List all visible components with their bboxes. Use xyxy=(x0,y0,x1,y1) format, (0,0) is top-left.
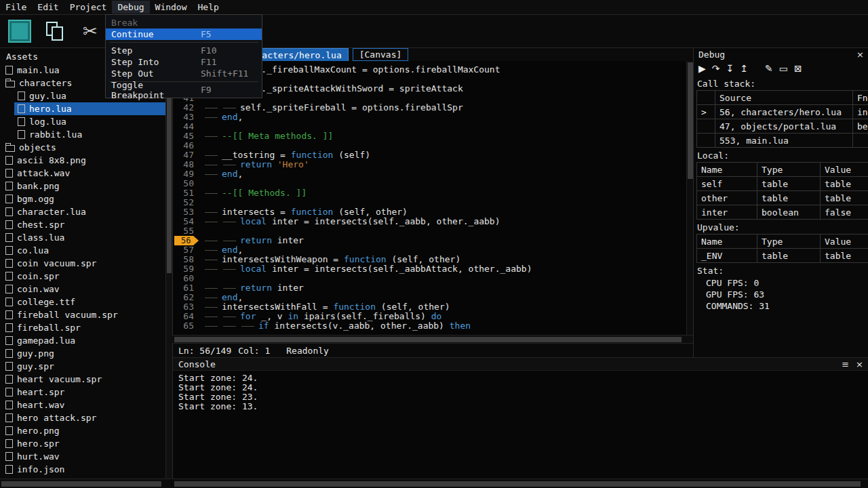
code-line-59: 59local inter = intersects(self._aabbAtt… xyxy=(173,264,687,274)
tree-item-log-lua[interactable]: log.lua xyxy=(0,115,165,128)
menu-separator xyxy=(109,42,258,43)
tree-item-hero-lua[interactable]: hero.lua xyxy=(0,102,165,115)
tree-item-fireball-vacuum-spr[interactable]: fireball vacuum.spr xyxy=(0,308,165,321)
file-icon xyxy=(5,182,13,190)
column-header: Value xyxy=(821,163,868,177)
tree-item-objects[interactable]: objects xyxy=(0,141,165,154)
tree-item-fireball-spr[interactable]: fireball.spr xyxy=(0,321,165,334)
table-row[interactable]: othertabletable xyxy=(697,191,868,205)
menu-item-toggle-breakpoint[interactable]: Toggle BreakpointF9 xyxy=(106,84,262,96)
code-line-50: 50 xyxy=(173,179,687,188)
copy-icon[interactable] xyxy=(43,20,66,43)
step-over-icon[interactable]: ↷ xyxy=(712,63,720,74)
lines-icon[interactable]: ≡ xyxy=(842,359,849,369)
table-row[interactable]: _ENVtabletable xyxy=(697,249,868,263)
tree-item-hurt-wav[interactable]: hurt.wav xyxy=(0,450,165,463)
menu-item-step-out[interactable]: Step OutShift+F11 xyxy=(106,68,262,79)
tree-item-attack-wav[interactable]: attack.wav xyxy=(0,167,165,180)
scrollbar-thumb[interactable] xyxy=(174,337,682,342)
tree-item-gamepad-lua[interactable]: gamepad.lua xyxy=(0,334,165,347)
tree-item-hero-spr[interactable]: hero.spr xyxy=(0,437,165,450)
tab-canvas[interactable]: [Canvas] xyxy=(353,48,409,61)
assets-vertical-scrollbar[interactable] xyxy=(165,48,172,479)
line-number: 51 xyxy=(173,188,194,198)
tree-item-character-lua[interactable]: character.lua xyxy=(0,205,165,218)
menu-item-edit[interactable]: Edit xyxy=(32,1,64,14)
tree-item-college-ttf[interactable]: college.ttf xyxy=(0,296,165,308)
indent-guide xyxy=(222,264,240,274)
table-row[interactable]: 553, main.lua xyxy=(697,134,868,148)
file-icon xyxy=(5,413,13,422)
tree-item-coin-vacuum-spr[interactable]: coin vacuum.spr xyxy=(0,257,165,270)
scrollbar-thumb[interactable] xyxy=(1,481,161,487)
table-row[interactable]: selftabletable xyxy=(697,177,868,191)
indent-guide xyxy=(240,321,258,331)
square-icon[interactable] xyxy=(8,20,31,43)
scrollbar-thumb[interactable] xyxy=(688,62,693,179)
indent-guide xyxy=(203,312,222,321)
table-cell xyxy=(697,134,715,148)
tree-item-ascii-8x8-png[interactable]: ascii 8x8.png xyxy=(0,154,165,167)
menu-item-break[interactable]: Break xyxy=(106,17,262,28)
indent-guide xyxy=(203,283,222,293)
grid-x-icon[interactable]: ⊠ xyxy=(794,63,802,74)
rect-icon[interactable]: ▭ xyxy=(779,63,788,74)
tree-item-label: coin.wav xyxy=(17,284,60,294)
table-row[interactable]: interbooleanfalse xyxy=(697,205,868,220)
indent-guide xyxy=(203,217,222,226)
step-out-icon[interactable]: ↥ xyxy=(740,63,748,74)
tree-item-guy-spr[interactable]: guy.spr xyxy=(0,360,165,373)
pencil-icon[interactable]: ✎ xyxy=(765,63,773,74)
close-icon[interactable]: × xyxy=(856,359,863,369)
table-row[interactable]: 47, objects/portal.luabeha xyxy=(697,119,868,134)
menu-item-file[interactable]: File xyxy=(0,1,32,14)
stat-label: Stat: xyxy=(694,263,868,277)
code-editor[interactable]: 38self._fireballMaxCount = options.fireb… xyxy=(172,61,687,339)
file-icon xyxy=(5,426,13,435)
menu-item-project[interactable]: Project xyxy=(64,1,113,14)
code-line-64: 64for _, v in ipairs(self._fireballs) do xyxy=(173,312,687,321)
tree-item-heart-wav[interactable]: heart.wav xyxy=(0,399,165,411)
menu-item-continue[interactable]: ContinueF5 xyxy=(106,28,262,40)
stat-values: CPU FPS: 0GPU FPS: 63COMMANDS: 31 xyxy=(694,277,868,312)
main-horizontal-scrollbar[interactable] xyxy=(172,479,868,488)
table-cell: table xyxy=(757,249,821,263)
play-icon[interactable]: ▶ xyxy=(698,63,706,74)
menu-item-debug[interactable]: Debug xyxy=(112,1,149,14)
tree-item-bank-png[interactable]: bank.png xyxy=(0,180,165,192)
line-number: 44 xyxy=(173,122,194,131)
tree-item-label: fireball vacuum.spr xyxy=(17,310,118,320)
cut-icon[interactable]: ✂ xyxy=(79,20,102,43)
menu-item-help[interactable]: Help xyxy=(193,1,224,14)
tree-item-co-lua[interactable]: co.lua xyxy=(0,244,165,257)
tree-item-hero-png[interactable]: hero.png xyxy=(0,424,165,437)
line-number: 63 xyxy=(173,302,194,312)
scrollbar-thumb[interactable] xyxy=(174,481,861,487)
indent-guide xyxy=(222,160,240,169)
code-line-61: 61return inter xyxy=(173,283,687,293)
tree-item-heart-spr[interactable]: heart.spr xyxy=(0,386,165,399)
table-row[interactable]: >56, characters/hero.luainte xyxy=(697,105,868,119)
tree-item-class-lua[interactable]: class.lua xyxy=(0,231,165,244)
tree-item-rabbit-lua[interactable]: rabbit.lua xyxy=(0,128,165,141)
table-cell: table xyxy=(821,177,868,191)
menu-item-step-into[interactable]: Step IntoF11 xyxy=(106,56,262,68)
tree-item-heart-vacuum-spr[interactable]: heart vacuum.spr xyxy=(0,373,165,386)
tree-item-chest-spr[interactable]: chest.spr xyxy=(0,218,165,231)
step-into-icon[interactable]: ↧ xyxy=(726,63,734,74)
console-line: Start zone: 24. xyxy=(178,373,863,383)
tree-item-hero-attack-spr[interactable]: hero attack.spr xyxy=(0,411,165,424)
close-icon[interactable]: × xyxy=(856,49,864,60)
tree-item-bgm-ogg[interactable]: bgm.ogg xyxy=(0,192,165,205)
file-icon xyxy=(5,156,13,165)
tree-item-info-json[interactable]: info.json xyxy=(0,463,165,476)
tree-item-guy-png[interactable]: guy.png xyxy=(0,347,165,360)
tree-item-coin-wav[interactable]: coin.wav xyxy=(0,283,165,296)
code-line-53: 53intersects = function (self, other) xyxy=(173,207,687,217)
menu-item-window[interactable]: Window xyxy=(150,1,193,14)
assets-horizontal-scrollbar[interactable] xyxy=(0,479,172,488)
column-header: Name xyxy=(697,235,757,249)
menu-item-step[interactable]: StepF10 xyxy=(106,45,262,56)
tree-item-coin-spr[interactable]: coin.spr xyxy=(0,270,165,283)
tree-item-label: hero.lua xyxy=(29,104,72,114)
